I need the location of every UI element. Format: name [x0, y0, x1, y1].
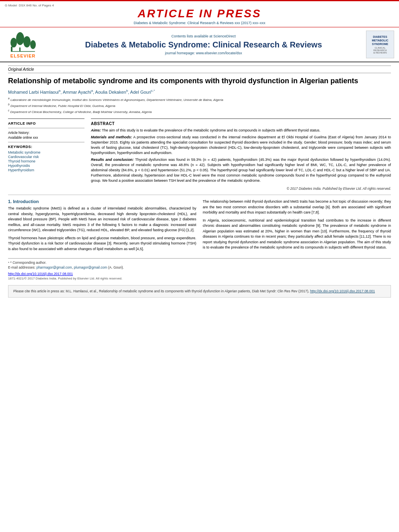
- affiliations: a Laboratoire de microbiologie Immunolog…: [8, 97, 391, 114]
- svg-rect-9: [23, 41, 29, 42]
- abstract-text: Aims: The aim of this study is to evalua…: [91, 128, 391, 183]
- article-history-label: Article history:: [8, 131, 84, 135]
- journal-title: Diabetes & Metabolic Syndrome: Clinical …: [45, 40, 362, 49]
- svg-rect-7: [12, 43, 17, 44]
- article-in-press-heading: ARTICLE IN PRESS: [0, 7, 399, 20]
- introduction-left-text: The metabolic syndrome (MetS) is defined…: [8, 206, 196, 252]
- introduction-right-text: The relationship between mild thyroid dy…: [203, 199, 391, 251]
- article-type: Original Article: [8, 66, 391, 73]
- contents-available: Contents lists available at ScienceDirec…: [45, 34, 362, 38]
- introduction-heading: 1. Introduction: [8, 199, 196, 204]
- citation-box: Please cite this article in press as: M.…: [8, 285, 391, 298]
- abstract-heading: ABSTRACT: [91, 121, 391, 126]
- article-title: Relationship of metabolic syndrome and i…: [8, 76, 391, 86]
- journal-homepage: journal homepage: www.elsevier.com/locat…: [45, 51, 362, 55]
- authors-line: Mohamed Larbi Hamlaouia, Ammar Ayachia, …: [8, 89, 391, 94]
- issn-line: 1871-4021/© 2017 Diabetes India. Publish…: [8, 277, 391, 280]
- g-model-label: G Model: [5, 4, 17, 7]
- elsevier-text: ELSEVIER: [10, 53, 35, 58]
- doi-link[interactable]: http://dx.doi.org/10.1016/j.dsx.2017.08.…: [8, 272, 73, 276]
- doi-section: http://dx.doi.org/10.1016/j.dsx.2017.08.…: [8, 272, 391, 280]
- journal-reference-banner: Diabetes & Metabolic Syndrome: Clinical …: [0, 20, 399, 26]
- citation-doi-link[interactable]: http://dx.doi.org/10.1016/j.dsx.2017.08.…: [310, 289, 375, 293]
- svg-rect-8: [17, 38, 23, 39]
- dsx-line: DSX 846 No. of Pages 4: [19, 4, 54, 7]
- keyword-metabolic-syndrome: Metabolic syndrome: [8, 150, 84, 154]
- svg-rect-5: [19, 47, 21, 51]
- journal-cover-image: DIABETESMETABOLICSYNDROME CLINICAL RESEA…: [366, 31, 394, 58]
- article-history-value: Available online xxx: [8, 136, 84, 140]
- svg-point-4: [30, 40, 36, 49]
- copyright-line: © 2017 Diabetes India. Published by Else…: [91, 187, 391, 191]
- keyword-hyperthyroidism: Hyperthyroidism: [8, 168, 84, 172]
- email-link-1[interactable]: pharmagor@gmail.com: [36, 265, 72, 269]
- footnotes-section: * * Corresponding author. E-mail address…: [8, 258, 391, 269]
- article-info-heading: ARTICLE INFO: [8, 121, 84, 125]
- keyword-thyroid-hormone: Thyroid hormone: [8, 159, 84, 163]
- email-link-2[interactable]: plumagor@gmail.com: [74, 265, 107, 269]
- keyword-hypothyroidis: Hypothyroidis: [8, 164, 84, 168]
- svg-rect-0: [11, 47, 12, 51]
- keywords-heading: Keywords:: [8, 145, 84, 149]
- elsevier-logo: ELSEVIER: [5, 31, 41, 58]
- keyword-cardiovascular-risk: Cardiovascular risk: [8, 155, 84, 159]
